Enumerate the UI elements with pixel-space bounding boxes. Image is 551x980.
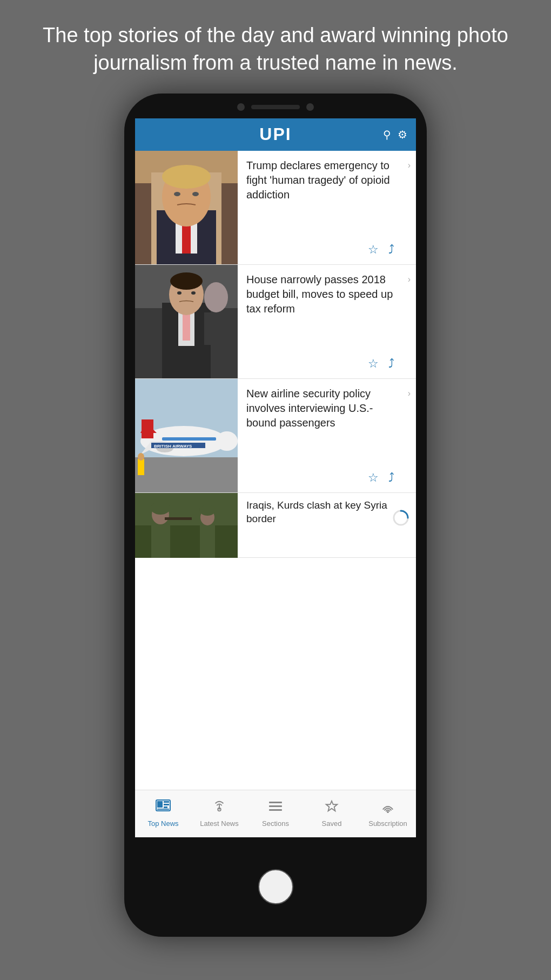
news-actions-2: ☆ ⤴ [246, 352, 394, 371]
share-icon-3[interactable]: ⤴ [388, 471, 394, 485]
front-camera [237, 103, 245, 111]
svg-point-8 [174, 192, 180, 196]
news-title-3: New airline security policy involves int… [246, 386, 394, 430]
tab-saved-label: Saved [322, 819, 342, 828]
news-actions-3: ☆ ⤴ [246, 466, 394, 485]
sections-icon [268, 799, 283, 817]
news-title-2: House narrowly passes 2018 budget bill, … [246, 272, 394, 316]
svg-rect-51 [269, 805, 282, 807]
news-item-4[interactable]: Iraqis, Kurds clash at key Syria border [135, 493, 416, 558]
svg-rect-20 [204, 312, 228, 345]
chevron-icon-1: › [408, 161, 411, 170]
svg-rect-33 [135, 525, 238, 558]
svg-point-40 [199, 505, 216, 516]
news-content-1: › Trump declares emergency to fight 'hum… [238, 151, 416, 264]
tab-latest-news-label: Latest News [200, 819, 239, 828]
tab-latest-news[interactable]: Latest News [191, 799, 247, 828]
svg-rect-38 [200, 523, 215, 558]
news-actions-1: ☆ ⤴ [246, 238, 394, 257]
tab-bar: Top News Latest News [135, 790, 416, 837]
news-item-2[interactable]: › House narrowly passes 2018 budget bill… [135, 265, 416, 379]
app-header: UPI ⚲ ⚙ [135, 118, 416, 151]
phone-screen: UPI ⚲ ⚙ [135, 118, 416, 837]
svg-point-31 [138, 453, 144, 461]
page-tagline: The top stories of the day and award win… [0, 0, 551, 94]
svg-rect-34 [151, 520, 170, 558]
svg-rect-27 [162, 437, 216, 441]
header-icons: ⚲ ⚙ [383, 128, 407, 141]
home-button[interactable] [258, 869, 293, 904]
svg-rect-43 [157, 801, 163, 808]
svg-point-24 [216, 431, 238, 451]
svg-rect-50 [269, 802, 282, 803]
svg-text:BRITISH AIRWAYS: BRITISH AIRWAYS [154, 444, 192, 449]
svg-rect-30 [138, 459, 144, 475]
svg-marker-53 [326, 801, 337, 811]
news-image-1 [135, 151, 238, 264]
svg-rect-46 [164, 806, 167, 808]
news-title-4: Iraqis, Kurds clash at key Syria border [246, 498, 394, 526]
bookmark-icon-2[interactable]: ☆ [368, 357, 379, 371]
saved-icon [324, 799, 339, 817]
share-icon-1[interactable]: ⤴ [388, 243, 394, 257]
tab-top-news-label: Top News [147, 819, 178, 828]
top-news-icon [156, 799, 171, 817]
front-sensor [306, 103, 314, 111]
news-content-3: › New airline security policy involves i… [238, 379, 416, 492]
speaker-grill [251, 105, 300, 109]
chevron-icon-3: › [408, 389, 411, 398]
subscription-icon [380, 799, 395, 817]
tab-subscription-label: Subscription [368, 819, 407, 828]
svg-rect-45 [164, 804, 169, 805]
search-icon[interactable]: ⚲ [383, 128, 391, 141]
svg-point-19 [204, 282, 228, 312]
svg-point-9 [192, 192, 199, 196]
bookmark-icon-3[interactable]: ☆ [368, 471, 379, 485]
svg-rect-49 [219, 804, 220, 809]
tab-subscription[interactable]: Subscription [360, 799, 416, 828]
chevron-icon-2: › [408, 275, 411, 284]
phone-bottom [258, 837, 293, 937]
latest-news-icon [212, 799, 227, 817]
loading-spinner [392, 509, 409, 526]
svg-rect-37 [165, 517, 192, 520]
svg-point-18 [191, 291, 196, 295]
svg-point-17 [177, 291, 182, 295]
svg-rect-22 [135, 457, 238, 492]
tab-saved[interactable]: Saved [304, 799, 360, 828]
svg-rect-47 [157, 809, 169, 810]
svg-rect-52 [269, 809, 282, 811]
svg-point-36 [151, 502, 170, 515]
svg-point-7 [162, 165, 211, 189]
news-image-3: BRITISH AIRWAYS [135, 379, 238, 492]
news-content-2: › House narrowly passes 2018 budget bill… [238, 265, 416, 378]
bookmark-icon-1[interactable]: ☆ [368, 243, 379, 257]
svg-rect-44 [164, 801, 169, 803]
app-logo: UPI [259, 124, 291, 144]
share-icon-2[interactable]: ⤴ [388, 357, 394, 371]
svg-rect-25 [142, 419, 153, 438]
news-content-4: Iraqis, Kurds clash at key Syria border [238, 493, 416, 557]
news-image-2 [135, 265, 238, 378]
svg-point-54 [387, 811, 389, 813]
tab-sections-label: Sections [262, 819, 289, 828]
news-title-1: Trump declares emergency to fight 'human… [246, 158, 394, 202]
tab-top-news[interactable]: Top News [135, 799, 191, 828]
news-item-3[interactable]: BRITISH AIRWAYS › New airline security p… [135, 379, 416, 493]
news-item-1[interactable]: › Trump declares emergency to fight 'hum… [135, 151, 416, 265]
settings-icon[interactable]: ⚙ [398, 128, 407, 141]
news-image-4 [135, 493, 238, 558]
phone-device: UPI ⚲ ⚙ [124, 94, 427, 937]
news-list: › Trump declares emergency to fight 'hum… [135, 151, 416, 790]
tab-sections[interactable]: Sections [247, 799, 304, 828]
phone-top-bar [124, 94, 427, 111]
svg-point-16 [170, 272, 203, 290]
